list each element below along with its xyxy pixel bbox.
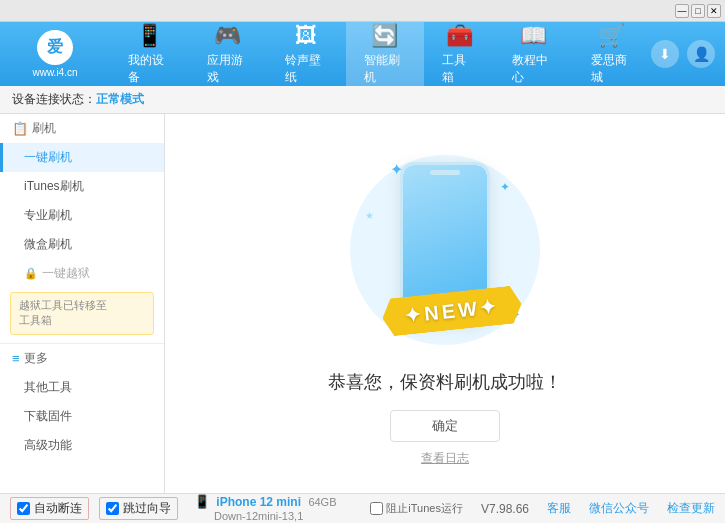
advanced-label: 高级功能 <box>24 438 72 452</box>
tutorial-icon: 📖 <box>520 23 547 49</box>
sidebar: 📋 刷机 一键刷机 iTunes刷机 专业刷机 微盒刷机 🔒 一键越狱 越狱工具… <box>0 114 165 493</box>
success-illustration: ✦NEW✦ ✦ ✦ ★ ✦ <box>335 140 555 360</box>
center-content: ✦NEW✦ ✦ ✦ ★ ✦ 恭喜您，保资料刷机成功啦！ 确定 查看日志 <box>165 114 725 493</box>
shop-icon: 🛒 <box>598 23 625 49</box>
nav-item-shop-label: 爱思商城 <box>591 52 634 86</box>
nav-items: 📱 我的设备 🎮 应用游戏 🖼 铃声壁纸 🔄 智能刷机 🧰 工具箱 📖 教程中心… <box>110 22 651 86</box>
sidebar-more-section: ≡ 更多 其他工具 下载固件 高级功能 <box>0 343 164 460</box>
warning-text: 越狱工具已转移至工具箱 <box>19 299 107 326</box>
locked-label: 一键越狱 <box>42 265 90 282</box>
top-nav: 爱 www.i4.cn 📱 我的设备 🎮 应用游戏 🖼 铃声壁纸 🔄 智能刷机 … <box>0 22 725 86</box>
success-title: 恭喜您，保资料刷机成功啦！ <box>328 370 562 394</box>
stop-itunes: 阻止iTunes运行 <box>370 501 463 516</box>
sparkle-2: ✦ <box>500 180 510 194</box>
status-label: 设备连接状态： <box>12 91 96 108</box>
nav-item-wallpaper-label: 铃声壁纸 <box>285 52 328 86</box>
title-bar: — □ ✕ <box>0 0 725 22</box>
nav-item-apps[interactable]: 🎮 应用游戏 <box>189 22 268 86</box>
other-tools-label: 其他工具 <box>24 380 72 394</box>
nav-item-tutorial-label: 教程中心 <box>512 52 555 86</box>
sidebar-item-download-fw[interactable]: 下载固件 <box>0 402 164 431</box>
phone-notch <box>430 170 460 175</box>
apps-icon: 🎮 <box>214 23 241 49</box>
sidebar-locked-jailbreak: 🔒 一键越狱 <box>0 259 164 288</box>
skip-wizard-checkbox[interactable] <box>106 502 119 515</box>
version-label: V7.98.66 <box>481 502 529 516</box>
logo-text: www.i4.cn <box>32 67 77 78</box>
download-button[interactable]: ⬇ <box>651 40 679 68</box>
toolbox-icon: 🧰 <box>446 23 473 49</box>
itunes-flash-label: iTunes刷机 <box>24 179 84 193</box>
skip-wizard-label: 跳过向导 <box>123 500 171 517</box>
close-button[interactable]: ✕ <box>707 4 721 18</box>
device-name: iPhone 12 mini <box>216 495 301 509</box>
device-icon: 📱 <box>136 23 163 49</box>
nav-item-tutorial[interactable]: 📖 教程中心 <box>494 22 573 86</box>
account-button[interactable]: 👤 <box>687 40 715 68</box>
more-icon: ≡ <box>12 351 20 366</box>
bottom-bar: 自动断连 跳过向导 📱 iPhone 12 mini 64GB Down-12m… <box>0 493 725 523</box>
sidebar-section-flash[interactable]: 📋 刷机 <box>0 114 164 143</box>
main-content: 📋 刷机 一键刷机 iTunes刷机 专业刷机 微盒刷机 🔒 一键越狱 越狱工具… <box>0 114 725 493</box>
warning-box: 越狱工具已转移至工具箱 <box>10 292 154 335</box>
bottom-right: 阻止iTunes运行 V7.98.66 客服 微信公众号 检查更新 <box>370 500 715 517</box>
device-icon-bottom: 📱 <box>194 494 210 509</box>
one-click-flash-label: 一键刷机 <box>24 150 72 164</box>
logo-icon: 爱 <box>47 37 63 58</box>
maximize-button[interactable]: □ <box>691 4 705 18</box>
nav-item-shop[interactable]: 🛒 爱思商城 <box>573 22 652 86</box>
sidebar-item-itunes-flash[interactable]: iTunes刷机 <box>0 172 164 201</box>
bottom-left: 自动断连 跳过向导 📱 iPhone 12 mini 64GB Down-12m… <box>10 494 337 523</box>
sidebar-item-advanced[interactable]: 高级功能 <box>0 431 164 460</box>
status-bar: 设备连接状态： 正常模式 <box>0 86 725 114</box>
device-model: Down-12mini-13,1 <box>194 510 303 522</box>
sidebar-more-title[interactable]: ≡ 更多 <box>0 344 164 373</box>
auto-close-checkbox[interactable] <box>17 502 30 515</box>
nav-item-wallpaper[interactable]: 🖼 铃声壁纸 <box>267 22 346 86</box>
nav-item-smart-flash[interactable]: 🔄 智能刷机 <box>346 22 425 86</box>
nav-item-my-device[interactable]: 📱 我的设备 <box>110 22 189 86</box>
nav-right: ⬇ 👤 <box>651 22 725 86</box>
smart-flash-icon: 🔄 <box>371 23 398 49</box>
sidebar-section-flash-label: 刷机 <box>32 120 56 137</box>
update-link[interactable]: 检查更新 <box>667 500 715 517</box>
more-label: 更多 <box>24 350 48 367</box>
status-value: 正常模式 <box>96 91 144 108</box>
device-info: 📱 iPhone 12 mini 64GB Down-12mini-13,1 <box>194 494 337 523</box>
wechat-link[interactable]: 微信公众号 <box>589 500 649 517</box>
pro-flash-label: 专业刷机 <box>24 208 72 222</box>
sparkle-3: ★ <box>365 210 374 221</box>
support-link[interactable]: 客服 <box>547 500 571 517</box>
sidebar-item-pro-flash[interactable]: 专业刷机 <box>0 201 164 230</box>
sidebar-item-one-click-flash[interactable]: 一键刷机 <box>0 143 164 172</box>
view-log-button[interactable]: 查看日志 <box>421 450 469 467</box>
stop-itunes-checkbox[interactable] <box>370 502 383 515</box>
confirm-button[interactable]: 确定 <box>390 410 500 442</box>
logo-circle: 爱 <box>37 30 73 65</box>
fix-flash-label: 微盒刷机 <box>24 237 72 251</box>
device-storage: 64GB <box>308 496 336 508</box>
sidebar-item-other-tools[interactable]: 其他工具 <box>0 373 164 402</box>
nav-item-toolbox[interactable]: 🧰 工具箱 <box>424 22 494 86</box>
logo-area: 爱 www.i4.cn <box>0 22 110 86</box>
minimize-button[interactable]: — <box>675 4 689 18</box>
sparkle-1: ✦ <box>390 160 403 179</box>
download-fw-label: 下载固件 <box>24 409 72 423</box>
flash-section-icon: 📋 <box>12 121 28 136</box>
wallpaper-icon: 🖼 <box>295 23 317 49</box>
nav-item-toolbox-label: 工具箱 <box>442 52 476 86</box>
nav-item-apps-label: 应用游戏 <box>207 52 250 86</box>
skip-wizard-checkbox-wrap[interactable]: 跳过向导 <box>99 497 178 520</box>
nav-item-smart-flash-label: 智能刷机 <box>364 52 407 86</box>
lock-icon: 🔒 <box>24 267 38 280</box>
auto-close-label: 自动断连 <box>34 500 82 517</box>
nav-item-my-device-label: 我的设备 <box>128 52 171 86</box>
auto-close-checkbox-wrap[interactable]: 自动断连 <box>10 497 89 520</box>
sidebar-item-fix-flash[interactable]: 微盒刷机 <box>0 230 164 259</box>
